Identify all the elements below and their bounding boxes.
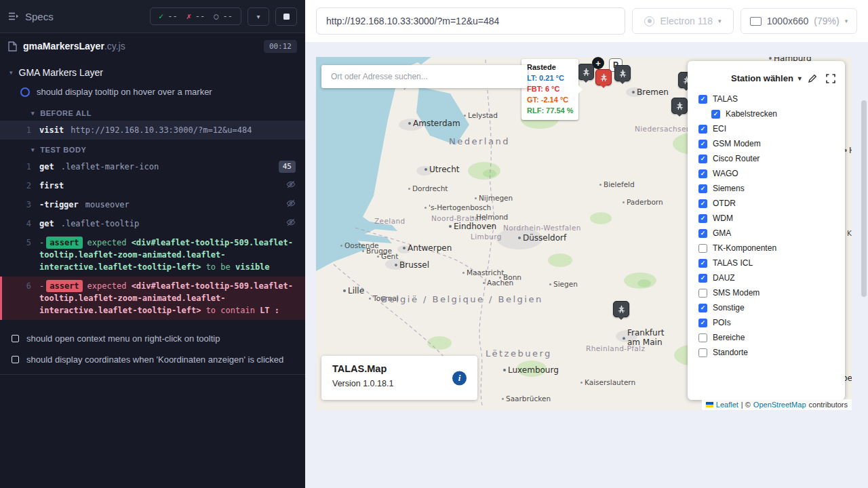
- hidden-element-icon: [286, 218, 296, 227]
- section-header[interactable]: ▾ BEFORE ALL: [0, 103, 305, 121]
- command-row[interactable]: 4 get .leaflet-tooltip: [0, 214, 305, 233]
- layer-checkbox-row[interactable]: Standorte: [688, 345, 845, 360]
- checkbox[interactable]: ✓: [698, 259, 707, 268]
- layer-checkbox-row[interactable]: Bereiche: [688, 330, 845, 345]
- checkbox[interactable]: ✓: [698, 199, 707, 208]
- layer-checkbox-row[interactable]: ✓ TALAS ICL: [688, 256, 845, 270]
- city-dot-icon: [549, 283, 551, 285]
- city-dot-icon: [395, 264, 397, 266]
- browser-select[interactable]: Electron 118 ▾: [632, 8, 734, 34]
- passed-icon: ✓: [159, 12, 163, 21]
- leaflet-map[interactable]: Hamburg Bremen Fryslân Niedersachsen Han…: [316, 57, 852, 410]
- specs-menu-button[interactable]: Specs: [8, 11, 54, 22]
- checkbox[interactable]: ✓: [698, 169, 707, 178]
- checkbox[interactable]: ✓: [698, 184, 707, 193]
- edit-button[interactable]: [808, 74, 817, 83]
- checkbox[interactable]: ✓: [698, 155, 707, 163]
- layer-checkbox-row[interactable]: ✓ Kabelstrecken: [688, 106, 845, 121]
- checkbox[interactable]: [698, 333, 707, 342]
- pylon-icon: [617, 305, 626, 314]
- station-marker[interactable]: [614, 65, 631, 81]
- info-button[interactable]: i: [452, 371, 467, 385]
- checkbox[interactable]: ✓: [711, 110, 720, 119]
- collapse-all-button[interactable]: ▾: [248, 7, 269, 26]
- layer-checkbox-row[interactable]: ✓ GMA: [688, 226, 845, 241]
- map-place-label: Zeeland: [374, 217, 406, 225]
- station-marker[interactable]: [613, 301, 629, 317]
- checkbox[interactable]: ✓: [698, 214, 707, 223]
- command-row[interactable]: 1 visit http://192.168.10.33:3000/?m=12&…: [0, 121, 305, 140]
- assert-row[interactable]: 6 -assertexpected <div#leaflet-tooltip-5…: [0, 277, 305, 320]
- stop-button[interactable]: [275, 7, 297, 26]
- pending-test-row[interactable]: should open context menu on right-click …: [0, 328, 305, 349]
- stop-icon: [283, 14, 290, 20]
- leaflet-link[interactable]: Leaflet: [716, 401, 738, 409]
- pending-icon: ○: [214, 12, 218, 21]
- layer-checkbox-row[interactable]: ✓ GSM Modem: [688, 136, 845, 151]
- layer-checkbox-row[interactable]: ✓ DAUZ: [688, 270, 845, 285]
- layer-label: WAGO: [713, 169, 738, 178]
- checkbox[interactable]: ✓: [698, 229, 707, 238]
- station-marker[interactable]: [578, 64, 594, 80]
- city-dot-icon: [425, 168, 427, 171]
- layer-label: TK-Komponenten: [713, 243, 776, 253]
- spec-file-row[interactable]: gmaMarkersLayer.cy.js 00:12: [0, 33, 305, 59]
- aut-panel: Electron 118 ▾ 1000x660 (79%) ▾: [305, 0, 868, 488]
- layer-checkbox-row[interactable]: ✓ ECI: [688, 121, 845, 136]
- layer-checkbox-row[interactable]: ✓ Siemens: [688, 181, 845, 196]
- search-input[interactable]: [323, 65, 526, 88]
- osm-link[interactable]: OpenStreetMap: [753, 401, 806, 409]
- checkbox[interactable]: [698, 244, 707, 253]
- tooltip-measurement: FBT: 6 °C: [527, 84, 573, 95]
- pending-test-title: should open context menu on right-click …: [26, 333, 220, 344]
- layer-checkbox-row[interactable]: ✓ WAGO: [688, 166, 845, 181]
- station-red-marker[interactable]: [595, 69, 612, 85]
- checkbox[interactable]: [698, 289, 707, 298]
- checkbox[interactable]: ✓: [698, 274, 707, 283]
- layer-checkbox-row[interactable]: ✓ WDM: [688, 211, 845, 226]
- checkbox[interactable]: ✓: [698, 319, 707, 327]
- checkbox[interactable]: ✓: [698, 304, 707, 312]
- hidden-element-icon: [286, 199, 296, 208]
- layer-checkbox-row[interactable]: ✓ Sonstige: [688, 300, 845, 315]
- city-dot-icon: [475, 197, 477, 199]
- attribution-divider: | ©: [741, 401, 751, 409]
- pending-test-row[interactable]: should display coordinates when 'Koordin…: [0, 349, 305, 370]
- layer-checkbox-row[interactable]: ✓ POIs: [688, 315, 845, 330]
- scrollbar-thumb[interactable]: [861, 100, 867, 297]
- map-place-label: Utrecht: [425, 165, 459, 174]
- fullscreen-button[interactable]: [826, 74, 835, 83]
- assert-row[interactable]: 5 -assertexpected <div#leaflet-tooltip-5…: [0, 233, 305, 277]
- map-place-label: Bielefeld: [599, 180, 635, 188]
- marker-tooltip[interactable]: Rastede LT: 0.21 °CFBT: 6 °CGT: -2.14 °C…: [521, 59, 578, 120]
- command-row[interactable]: 2 first: [0, 176, 305, 195]
- station-select[interactable]: Station wählen ▾: [731, 73, 802, 83]
- viewport-select[interactable]: 1000x660 (79%) ▾: [741, 8, 857, 34]
- version-card: TALAS.Map Version 1.0.18.1 i: [321, 356, 477, 400]
- pencil-icon: [808, 74, 817, 83]
- command-method: get: [39, 218, 54, 230]
- station-marker[interactable]: [671, 98, 688, 114]
- layer-checkbox-row[interactable]: ✓ Cisco Router: [688, 151, 845, 166]
- layer-checkbox-row[interactable]: TK-Komponenten: [688, 241, 845, 256]
- checkbox[interactable]: ✓: [698, 140, 707, 148]
- layer-checkbox-row[interactable]: SMS Modem: [688, 285, 845, 300]
- command-number: 5: [2, 237, 39, 249]
- checkbox[interactable]: [698, 348, 707, 357]
- pylon-icon: [675, 102, 684, 110]
- layer-checkbox-row[interactable]: ✓ TALAS: [688, 92, 845, 106]
- layer-label: Cisco Router: [713, 154, 760, 163]
- layer-label: OTDR: [713, 199, 736, 208]
- map-place-label: Amsterdam: [408, 119, 460, 128]
- layer-checkbox-row[interactable]: ✓ OTDR: [688, 196, 845, 211]
- active-test-row[interactable]: should display tooltip on hover over a m…: [0, 82, 305, 103]
- command-row[interactable]: 1 get .leaflet-marker-icon 45: [0, 157, 305, 176]
- command-number: 3: [2, 199, 39, 211]
- scrollbar[interactable]: [861, 87, 867, 487]
- checkbox[interactable]: ✓: [698, 95, 707, 104]
- section-header[interactable]: ▾ TEST BODY: [0, 140, 305, 157]
- url-input[interactable]: [316, 7, 625, 35]
- suite-row[interactable]: ▾ GMA Markers Layer: [0, 59, 305, 82]
- command-row[interactable]: 3 -trigger mouseover: [0, 195, 305, 214]
- checkbox[interactable]: ✓: [698, 125, 707, 134]
